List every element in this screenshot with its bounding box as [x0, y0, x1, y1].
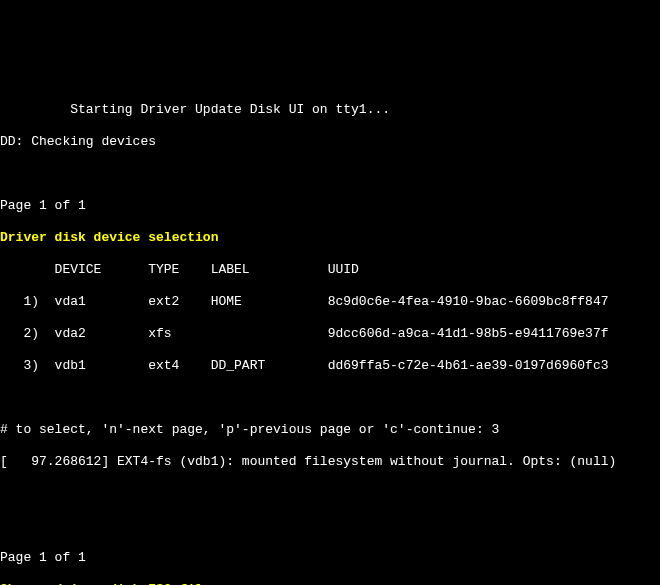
device-row[interactable]: 2) vda2xfs9dcc606d-a9ca-41d1-98b5-e94117… [0, 326, 660, 342]
kernel-log-line: [ 97.268612] EXT4-fs (vdb1): mounted fil… [0, 454, 660, 470]
device-row[interactable]: 1) vda1ext2HOME8c9d0c6e-4fea-4910-9bac-6… [0, 294, 660, 310]
device-table-header: DEVICETYPELABELUUID [0, 262, 660, 278]
section-heading-devices: Driver disk device selection [0, 230, 660, 246]
terminal-output: Starting Driver Update Disk UI on tty1..… [0, 80, 660, 585]
page-indicator: Page 1 of 1 [0, 550, 660, 566]
startup-line: Starting Driver Update Disk UI on tty1..… [0, 102, 660, 118]
device-row[interactable]: 3) vdb1ext4DD_PARTdd69ffa5-c72e-4b61-ae3… [0, 358, 660, 374]
col-header-type: TYPE [148, 262, 210, 278]
blank-line [0, 166, 660, 182]
prompt-line[interactable]: # to select, 'n'-next page, 'p'-previous… [0, 422, 660, 438]
col-header-label: LABEL [211, 262, 328, 278]
checking-devices-line: DD: Checking devices [0, 134, 660, 150]
page-indicator: Page 1 of 1 [0, 198, 660, 214]
blank-line [0, 390, 660, 406]
col-header-uuid: UUID [328, 262, 359, 278]
col-header-device: DEVICE [55, 262, 149, 278]
blank-line [0, 518, 660, 534]
blank-line [0, 486, 660, 502]
